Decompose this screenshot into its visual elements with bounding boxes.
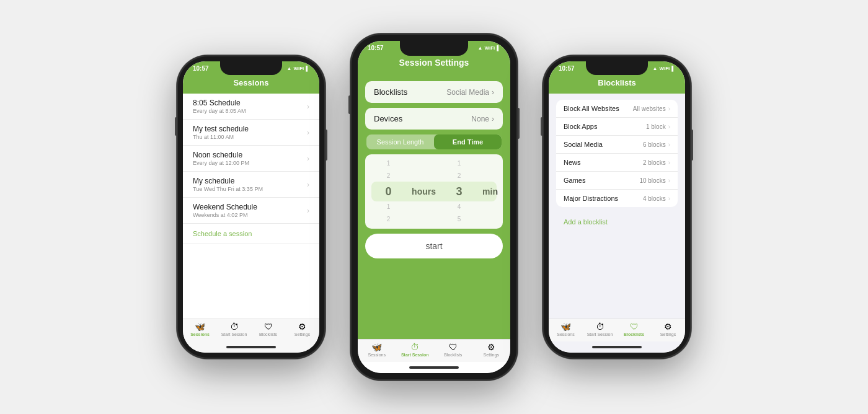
tab-sessions-3[interactable]: 🦋 Sessions xyxy=(549,322,583,337)
phone-sessions: 10:57 ▲ WiFi ▌ Sessions 8:05 Schedule xyxy=(177,55,326,359)
picker-hours-label: hours xyxy=(412,187,436,196)
session-text-4: Weekend Schedule Weekends at 4:02 PM xyxy=(193,203,307,218)
blocklists-header: Blocklists xyxy=(549,73,685,94)
picker-h-5: 1 xyxy=(387,201,391,213)
home-bar-3 xyxy=(592,346,642,348)
session-text-2: Noon schedule Every day at 12:00 PM xyxy=(193,151,307,166)
battery-icon-1: ▌ xyxy=(306,66,309,71)
add-blocklist-button[interactable]: Add a blocklist xyxy=(549,213,685,231)
tab-sessions-2[interactable]: 🦋 Sessions xyxy=(358,343,396,357)
blocklist-value-5: 4 blocks xyxy=(643,195,666,202)
tab-blocklists-1[interactable]: 🛡 Blocklists xyxy=(251,322,285,337)
session-text-1: My test schedule Thu at 11:00 AM xyxy=(193,125,307,140)
session-title-4: Weekend Schedule xyxy=(193,203,307,211)
session-item-2[interactable]: Noon schedule Every day at 12:00 PM › xyxy=(183,146,319,172)
tab-blocklists-3[interactable]: 🛡 Blocklists xyxy=(617,322,651,337)
tab-blocklists-icon-2: 🛡 xyxy=(449,343,458,351)
tab-startsession-2[interactable]: ⏱ Start Session xyxy=(396,343,435,357)
tab-settings-icon-2: ⚙ xyxy=(487,343,495,351)
phone-blocklists: 10:57 ▲ WiFi ▌ Blocklists Block All Webs xyxy=(542,55,691,359)
notch-2 xyxy=(400,41,468,56)
blocklist-item-5[interactable]: Major Distractions 4 blocks › xyxy=(556,190,678,207)
tab-bar-2: 🦋 Sessions ⏱ Start Session 🛡 Blocklists … xyxy=(358,339,510,362)
segment-session-length[interactable]: Session Length xyxy=(366,134,434,149)
start-button[interactable]: start xyxy=(365,234,503,258)
session-subtitle-2: Every day at 12:00 PM xyxy=(193,160,307,166)
session-settings-content: Blocklists Social Media › Devices None › xyxy=(358,74,510,339)
devices-row[interactable]: Devices None › xyxy=(365,108,503,130)
blocklist-item-3[interactable]: News 2 blocks › xyxy=(556,154,678,172)
chevron-3: › xyxy=(307,180,309,189)
tab-settings-1[interactable]: ⚙ Settings xyxy=(285,322,319,337)
schedule-link-text: Schedule a session xyxy=(193,230,252,237)
session-title-0: 8:05 Schedule xyxy=(193,99,307,107)
blocklist-name-0: Block All Websites xyxy=(564,105,633,112)
blocklist-value-1: 1 block xyxy=(646,123,666,130)
tab-blocklists-2[interactable]: 🛡 Blocklists xyxy=(434,343,472,357)
tab-startsession-label-1: Start Session xyxy=(221,332,247,337)
tab-startsession-1[interactable]: ⏱ Start Session xyxy=(217,322,251,337)
chevron-4: › xyxy=(307,206,309,215)
picker-h-6: 2 xyxy=(387,214,391,225)
status-icons-2: ▲ WiFi ▌ xyxy=(478,45,500,51)
tab-startsession-3[interactable]: ⏱ Start Session xyxy=(583,322,617,337)
tab-startsession-icon-3: ⏱ xyxy=(596,322,604,331)
phone-sessions-screen: 10:57 ▲ WiFi ▌ Sessions 8:05 Schedule xyxy=(183,61,319,353)
blocklist-name-5: Major Distractions xyxy=(564,195,643,202)
start-button-label: start xyxy=(425,241,442,251)
picker-m-7: 6 xyxy=(458,226,461,229)
segment-end-label: End Time xyxy=(453,138,483,146)
tab-blocklists-label-3: Blocklists xyxy=(624,332,644,337)
phone-blocklists-screen: 10:57 ▲ WiFi ▌ Blocklists Block All Webs xyxy=(549,61,685,353)
segment-session-label: Session Length xyxy=(377,138,424,146)
status-time-3: 10:57 xyxy=(559,65,575,72)
tab-blocklists-label-2: Blocklists xyxy=(444,353,462,357)
tab-settings-2[interactable]: ⚙ Settings xyxy=(472,343,511,357)
blocklist-name-4: Games xyxy=(564,177,639,184)
tab-startsession-label-2: Start Session xyxy=(401,353,429,357)
session-subtitle-1: Thu at 11:00 AM xyxy=(193,134,307,140)
blocklist-chevron-4: › xyxy=(668,177,670,184)
status-time-2: 10:57 xyxy=(368,45,384,51)
blocklist-item-0[interactable]: Block All Websites All websites › xyxy=(556,100,678,118)
home-bar-1 xyxy=(226,346,276,348)
notch-3 xyxy=(586,61,648,75)
blocklists-label: Blocklists xyxy=(374,87,407,97)
tab-blocklists-label-1: Blocklists xyxy=(259,332,277,337)
tab-sessions-1[interactable]: 🦋 Sessions xyxy=(183,322,217,337)
blocklist-item-4[interactable]: Games 10 blocks › xyxy=(556,172,678,190)
session-text-3: My schedule Tue Wed Thu Fri at 3:35 PM xyxy=(193,177,307,192)
blocklist-item-2[interactable]: Social Media 6 blocks › xyxy=(556,136,678,154)
session-settings-title: Session Settings xyxy=(399,58,469,68)
picker-h-3: 2 xyxy=(387,170,391,182)
tab-startsession-icon-1: ⏱ xyxy=(230,322,239,331)
tab-blocklists-icon-1: 🛡 xyxy=(264,322,273,331)
tab-blocklists-icon-3: 🛡 xyxy=(630,322,639,331)
session-title-2: Noon schedule xyxy=(193,151,307,159)
wifi-icon-2: WiFi xyxy=(485,45,495,51)
session-item-4[interactable]: Weekend Schedule Weekends at 4:02 PM › xyxy=(183,198,319,224)
session-subtitle-3: Tue Wed Thu Fri at 3:35 PM xyxy=(193,186,307,192)
picker-min-label: min xyxy=(482,187,498,196)
blocklist-item-1[interactable]: Block Apps 1 block › xyxy=(556,118,678,136)
blocklists-row[interactable]: Blocklists Social Media › xyxy=(365,81,503,103)
picker-h-2: 1 xyxy=(387,158,391,169)
session-item-0[interactable]: 8:05 Schedule Every day at 8:05 AM › xyxy=(183,94,319,120)
time-picker[interactable]: 1 2 0 1 2 3 hours xyxy=(365,154,503,229)
segment-end-time[interactable]: End Time xyxy=(434,134,502,149)
signal-icon-2: ▲ xyxy=(478,45,483,51)
session-subtitle-0: Every day at 8:05 AM xyxy=(193,108,307,114)
blocklist-name-1: Block Apps xyxy=(564,123,646,130)
chevron-2: › xyxy=(307,154,309,163)
devices-label: Devices xyxy=(374,114,402,123)
session-settings-header: Session Settings xyxy=(358,53,510,74)
tab-settings-3[interactable]: ⚙ Settings xyxy=(651,322,685,337)
session-item-3[interactable]: My schedule Tue Wed Thu Fri at 3:35 PM › xyxy=(183,172,319,198)
home-bar-2 xyxy=(409,366,459,369)
phone-session-settings: 10:57 ▲ WiFi ▌ Session Settings Blocklis… xyxy=(350,33,518,381)
schedule-link[interactable]: Schedule a session xyxy=(183,224,319,244)
sessions-screen-layout: 10:57 ▲ WiFi ▌ Sessions 8:05 Schedule xyxy=(183,61,319,353)
blocklist-chevron-1: › xyxy=(668,123,670,130)
tab-sessions-label-1: Sessions xyxy=(190,332,210,337)
session-item-1[interactable]: My test schedule Thu at 11:00 AM › xyxy=(183,120,319,146)
